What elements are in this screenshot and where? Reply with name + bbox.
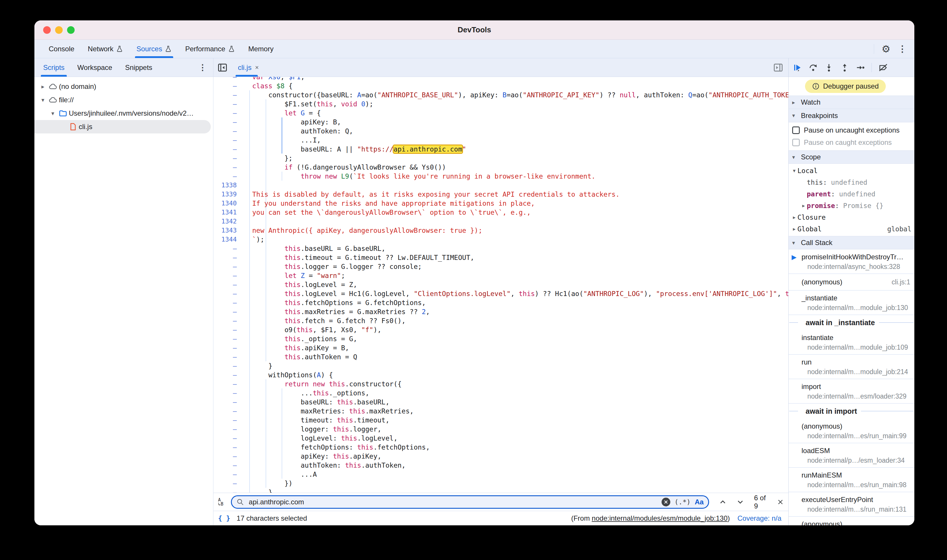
gutter-line-number[interactable]: – — [213, 389, 239, 397]
gutter-line-number[interactable]: – — [213, 290, 239, 297]
tab-network[interactable]: Network — [81, 40, 130, 58]
resume-script-icon[interactable] — [793, 63, 802, 72]
checkbox[interactable] — [792, 139, 800, 146]
call-stack-item[interactable]: runnode:internal/m…module_job:214 — [789, 355, 915, 379]
gutter-line-number[interactable]: – — [213, 245, 239, 252]
gutter-line-number[interactable]: – — [213, 434, 239, 442]
close-tab-icon[interactable]: × — [255, 64, 259, 71]
deactivate-breakpoints-icon[interactable] — [878, 63, 888, 72]
gutter-line-number[interactable]: – — [213, 371, 239, 378]
call-stack-item[interactable]: instantiatenode:internal/m…module_job:10… — [789, 330, 915, 355]
gutter-line-number[interactable]: – — [213, 462, 239, 469]
gutter-line-number[interactable]: – — [213, 452, 239, 460]
call-stack-item[interactable]: loadESMnode:internal/p…/esm_loader:34 — [789, 443, 915, 468]
gutter-line-number[interactable]: 1341 — [213, 209, 239, 216]
gutter-line-number[interactable]: – — [213, 172, 239, 180]
gutter-line-number[interactable]: 1340 — [213, 200, 239, 207]
next-match-icon[interactable] — [736, 498, 745, 506]
sidebar-tab-scripts[interactable]: Scripts — [37, 58, 71, 77]
call-stack-item[interactable]: (anonymous)node:internal/m…es/run_main:9… — [789, 419, 915, 443]
gutter-line-number[interactable]: – — [213, 326, 239, 333]
step-out-icon[interactable] — [840, 63, 849, 72]
gutter-line-number[interactable]: – — [213, 398, 239, 406]
call-stack-section-header[interactable]: ▾ Call Stack — [789, 236, 915, 249]
minimize-window-button[interactable] — [55, 26, 63, 34]
gutter-line-number[interactable]: – — [213, 272, 239, 279]
pretty-print-icon[interactable]: { } — [218, 515, 230, 522]
gutter-line-number[interactable]: – — [213, 127, 239, 135]
gutter-line-number[interactable]: 1339 — [213, 191, 239, 198]
gutter-line-number[interactable]: – — [213, 380, 239, 388]
gutter-line-number[interactable]: – — [213, 362, 239, 369]
navigator-kebab-icon[interactable]: ⋮ — [199, 58, 213, 77]
gutter-line-number[interactable]: – — [213, 118, 239, 126]
close-window-button[interactable] — [43, 26, 51, 34]
source-code-area[interactable]: –var Xs0, $F1;–class $8 {– constructor({… — [213, 77, 788, 493]
tab-sources[interactable]: Sources — [130, 40, 179, 58]
tree-item[interactable]: cli.js — [34, 120, 211, 134]
source-origin-link[interactable]: node:internal/modules/esm/module_job:130 — [592, 514, 728, 522]
breakpoints-section-header[interactable]: ▾ Breakpoints — [789, 109, 915, 122]
call-stack-item[interactable]: _instantiatenode:internal/m…module_job:1… — [789, 291, 915, 315]
watch-section-header[interactable]: ▸ Watch — [789, 95, 915, 109]
gutter-line-number[interactable]: – — [213, 100, 239, 108]
checkbox-row[interactable]: Pause on caught exceptions — [789, 136, 915, 149]
gutter-line-number[interactable]: – — [213, 299, 239, 306]
scope-variable-row[interactable]: ▸promise: Promise {} — [789, 200, 915, 212]
gutter-line-number[interactable]: – — [213, 82, 239, 89]
gutter-line-number[interactable]: – — [213, 77, 239, 80]
gutter-line-number[interactable]: – — [213, 353, 239, 360]
gutter-line-number[interactable]: – — [213, 254, 239, 261]
match-case-toggle[interactable]: Aa — [695, 498, 704, 506]
step-icon[interactable] — [856, 63, 865, 72]
search-field[interactable]: (.*) Aa — [231, 495, 709, 509]
gutter-line-number[interactable]: – — [213, 281, 239, 288]
gutter-line-number[interactable]: 1338 — [213, 182, 239, 189]
collapse-debugger-sidebar-icon[interactable] — [768, 58, 788, 77]
step-into-icon[interactable] — [824, 63, 834, 72]
previous-match-icon[interactable] — [719, 498, 727, 506]
settings-gear-icon[interactable]: ⚙ — [882, 44, 890, 54]
scope-group-closure[interactable]: ▸Closure — [789, 212, 915, 223]
scope-variable-row[interactable]: this: undefined — [789, 177, 915, 188]
tree-item[interactable]: ▾file:// — [34, 93, 213, 107]
maximize-window-button[interactable] — [67, 26, 75, 34]
step-over-icon[interactable] — [808, 63, 818, 72]
find-replace-toggle-icon[interactable]: A↳B — [218, 498, 226, 506]
close-find-bar-icon[interactable] — [777, 498, 784, 506]
clear-search-icon[interactable] — [662, 498, 670, 506]
toggle-navigator-icon[interactable] — [213, 58, 231, 77]
gutter-line-number[interactable]: – — [213, 163, 239, 171]
gutter-line-number[interactable]: 1344 — [213, 236, 239, 243]
call-stack-item[interactable]: executeUserEntryPointnode:internal/m…s/r… — [789, 492, 915, 517]
gutter-line-number[interactable]: – — [213, 471, 239, 478]
gutter-line-number[interactable]: – — [213, 91, 239, 98]
search-input[interactable] — [248, 498, 657, 506]
gutter-line-number[interactable]: – — [213, 425, 239, 433]
scope-variable-row[interactable]: parent: undefined — [789, 188, 915, 200]
gutter-line-number[interactable]: 1343 — [213, 227, 239, 234]
gutter-line-number[interactable]: – — [213, 263, 239, 270]
tree-item[interactable]: ▸(no domain) — [34, 80, 213, 93]
tab-performance[interactable]: Performance — [179, 40, 241, 58]
call-stack-item[interactable]: runMainESMnode:internal/m…es/run_main:98 — [789, 468, 915, 492]
gutter-line-number[interactable]: – — [213, 335, 239, 342]
gutter-line-number[interactable]: – — [213, 489, 239, 493]
gutter-line-number[interactable]: – — [213, 443, 239, 451]
gutter-line-number[interactable]: – — [213, 407, 239, 415]
more-options-kebab-icon[interactable]: ⋮ — [898, 45, 907, 53]
scope-group-local[interactable]: ▾Local — [789, 165, 915, 177]
gutter-line-number[interactable]: – — [213, 154, 239, 162]
regex-toggle[interactable]: (.*) — [674, 498, 690, 506]
scope-section-header[interactable]: ▾ Scope — [789, 150, 915, 164]
sidebar-tab-workspace[interactable]: Workspace — [71, 58, 119, 77]
tree-item[interactable]: ▾Users/jinhuilee/.nvm/versions/node/v2… — [34, 107, 213, 120]
editor-tab-clijs[interactable]: cli.js × — [231, 58, 265, 77]
sidebar-tab-snippets[interactable]: Snippets — [119, 58, 159, 77]
gutter-line-number[interactable]: 1342 — [213, 218, 239, 225]
gutter-line-number[interactable]: – — [213, 308, 239, 315]
gutter-line-number[interactable]: – — [213, 317, 239, 324]
checkbox-row[interactable]: Pause on uncaught exceptions — [789, 124, 915, 136]
gutter-line-number[interactable]: – — [213, 416, 239, 424]
gutter-line-number[interactable]: – — [213, 344, 239, 351]
